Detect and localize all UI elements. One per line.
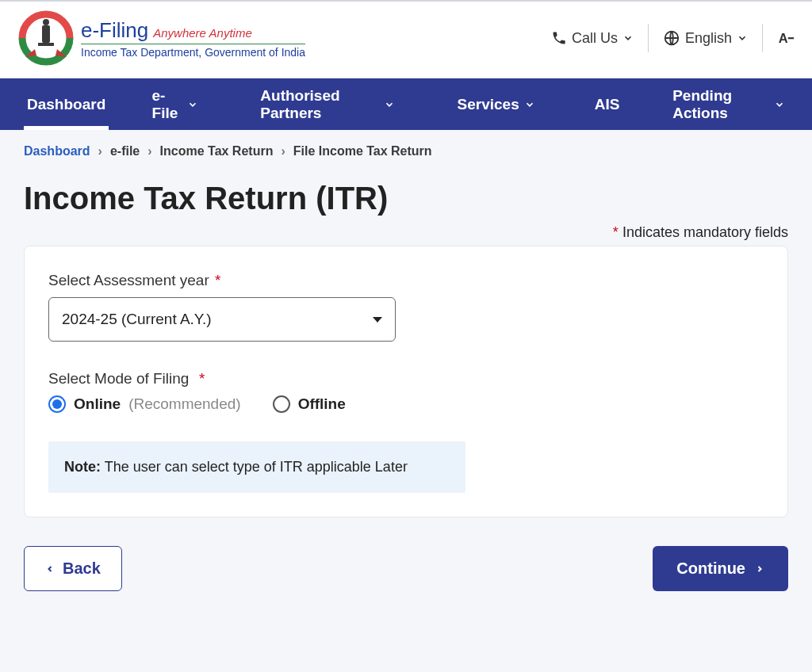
call-us-menu[interactable]: Call Us <box>537 25 648 52</box>
chevron-left-icon <box>45 563 55 575</box>
top-header: e-Filing Anywhere Anytime Income Tax Dep… <box>0 0 812 78</box>
chevron-right-icon: › <box>147 144 151 158</box>
page-title: Income Tax Return (ITR) <box>24 181 788 216</box>
nav-services[interactable]: Services <box>454 78 538 130</box>
nav-authorised-partners[interactable]: Authorised Partners <box>257 78 398 130</box>
back-button[interactable]: Back <box>24 546 122 591</box>
svg-rect-2 <box>38 43 54 46</box>
call-us-label: Call Us <box>572 30 618 47</box>
back-label: Back <box>63 559 101 578</box>
chevron-right-icon: › <box>98 144 102 158</box>
continue-label: Continue <box>676 559 745 578</box>
assessment-year-select[interactable]: 2024-25 (Current A.Y.) <box>48 297 396 342</box>
nav-label: Dashboard <box>27 96 105 113</box>
breadcrumb-current: File Income Tax Return <box>293 144 432 158</box>
asterisk-icon: * <box>213 272 220 288</box>
nav-label: Pending Actions <box>672 87 769 122</box>
radio-label: Online <box>74 395 121 413</box>
footer-buttons: Back Continue <box>24 546 788 591</box>
asterisk-icon: * <box>613 224 619 240</box>
main-content: Dashboard › e-file › Income Tax Return ›… <box>0 130 812 591</box>
caret-down-icon <box>373 317 382 323</box>
font-decrease-icon: A <box>777 29 795 47</box>
main-nav: Dashboard e-File Authorised Partners Ser… <box>0 78 812 130</box>
svg-rect-5 <box>788 37 794 39</box>
recommended-text: (Recommended) <box>128 395 241 413</box>
chevron-down-icon <box>384 99 395 110</box>
nav-ais[interactable]: AIS <box>592 78 623 130</box>
continue-button[interactable]: Continue <box>653 546 788 591</box>
logo-tagline: Anywhere Anytime <box>153 26 252 40</box>
select-value: 2024-25 (Current A.Y.) <box>62 311 212 328</box>
note-label: Note: <box>64 459 101 475</box>
breadcrumb-link-dashboard[interactable]: Dashboard <box>24 144 90 158</box>
breadcrumb-item[interactable]: Income Tax Return <box>160 144 274 158</box>
radio-label: Offline <box>298 395 346 413</box>
breadcrumb: Dashboard › e-file › Income Tax Return ›… <box>24 144 788 158</box>
svg-rect-0 <box>42 25 50 43</box>
nav-dashboard[interactable]: Dashboard <box>24 78 109 130</box>
mandatory-fields-note: * Indicates mandatory fields <box>24 224 788 241</box>
breadcrumb-item[interactable]: e-file <box>110 144 140 158</box>
logo-title: e-Filing <box>81 18 148 43</box>
nav-label: e-File <box>152 87 182 122</box>
language-label: English <box>685 30 732 47</box>
language-menu[interactable]: English <box>649 25 762 52</box>
radio-checked-icon <box>48 395 66 413</box>
itr-form-card: Select Assessment year * 2024-25 (Curren… <box>24 246 788 517</box>
chevron-down-icon <box>737 32 748 44</box>
svg-point-1 <box>43 19 49 25</box>
logo-subtitle: Income Tax Department, Government of Ind… <box>81 46 305 59</box>
phone-icon <box>551 30 567 46</box>
asterisk-icon: * <box>197 370 205 387</box>
nav-label: AIS <box>595 96 620 113</box>
note-box: Note: The user can select type of ITR ap… <box>48 441 465 493</box>
nav-pending-actions[interactable]: Pending Actions <box>669 78 788 130</box>
mode-online-radio[interactable]: Online (Recommended) <box>48 395 241 413</box>
nav-label: Authorised Partners <box>260 87 379 122</box>
assessment-year-label: Select Assessment year * <box>48 272 764 289</box>
font-size-control[interactable]: A <box>763 25 795 52</box>
chevron-right-icon <box>755 563 764 575</box>
chevron-down-icon <box>187 99 198 110</box>
chevron-down-icon <box>524 99 535 110</box>
logo-text-block: e-Filing Anywhere Anytime Income Tax Dep… <box>81 18 305 59</box>
mandatory-text: Indicates mandatory fields <box>622 224 788 240</box>
chevron-right-icon: › <box>281 144 285 158</box>
chevron-down-icon <box>622 32 634 44</box>
nav-efile[interactable]: e-File <box>149 78 201 130</box>
mode-offline-radio[interactable]: Offline <box>273 395 346 413</box>
globe-icon <box>663 29 680 47</box>
gov-emblem-logo <box>17 10 75 67</box>
note-text: The user can select type of ITR applicab… <box>105 459 408 475</box>
nav-label: Services <box>458 96 519 113</box>
mode-radio-group: Online (Recommended) Offline <box>48 395 764 413</box>
svg-text:A: A <box>779 31 788 45</box>
mode-of-filing-label: Select Mode of Filing * <box>48 370 764 388</box>
radio-unchecked-icon <box>273 395 290 413</box>
chevron-down-icon <box>774 99 785 110</box>
